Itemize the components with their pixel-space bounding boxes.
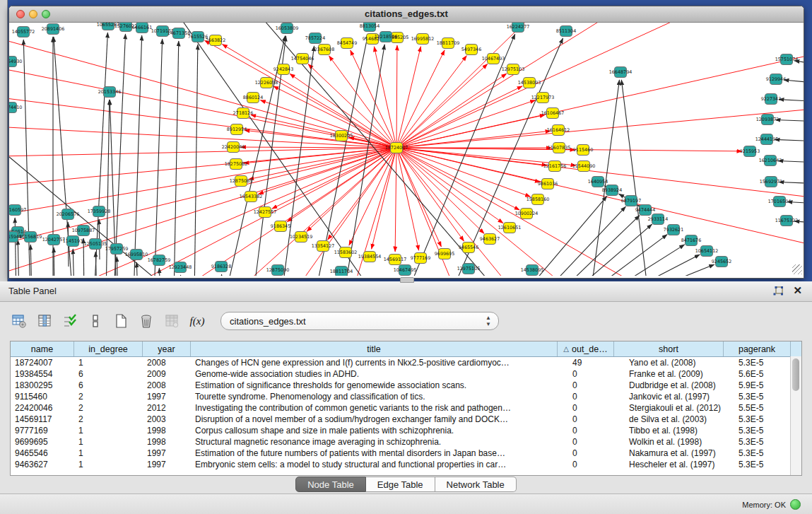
- cell-title[interactable]: Genome-wide association studies in ADHD.: [191, 368, 568, 380]
- network-edge[interactable]: [396, 148, 503, 223]
- cell-in_degree[interactable]: 1: [74, 436, 143, 448]
- network-edge[interactable]: [194, 45, 198, 276]
- cell-out_degree[interactable]: 0: [568, 459, 625, 470]
- network-edge[interactable]: [396, 45, 397, 148]
- cell-short[interactable]: Stergiakouli et al. (2012): [625, 402, 734, 414]
- network-edge[interactable]: [784, 80, 804, 83]
- cell-short[interactable]: Hescheler et al. (1997): [625, 459, 734, 470]
- new-document-icon[interactable]: [112, 312, 130, 330]
- network-edge[interactable]: [372, 148, 396, 249]
- network-edge[interactable]: [18, 240, 19, 276]
- network-edge[interactable]: [396, 148, 804, 199]
- cell-short[interactable]: Tibbo et al. (1998): [625, 425, 734, 436]
- network-edge[interactable]: [395, 148, 396, 252]
- rows-icon[interactable]: [86, 312, 105, 330]
- network-edge[interactable]: [779, 100, 804, 102]
- network-edge[interactable]: [599, 245, 685, 276]
- cell-short[interactable]: Jankovic et al. (1997): [625, 391, 734, 402]
- cell-out_degree[interactable]: 0: [568, 414, 625, 425]
- cell-in_degree[interactable]: 1: [74, 448, 143, 459]
- network-edge[interactable]: [615, 255, 700, 276]
- cell-title[interactable]: Tourette syndrome. Phenomenology and cla…: [191, 391, 568, 402]
- cell-out_degree[interactable]: 0: [568, 391, 625, 402]
- cell-out_degree[interactable]: 0: [568, 436, 625, 448]
- table-row[interactable]: 946554611997Estimation of the future num…: [11, 448, 801, 459]
- cell-year[interactable]: 2003: [143, 414, 191, 425]
- splitter-handle[interactable]: [400, 277, 414, 283]
- table-row[interactable]: 911546021997Tourette syndrome. Phenomeno…: [11, 391, 801, 402]
- cell-name[interactable]: 19384554: [11, 368, 74, 380]
- table-row[interactable]: 1830029562008Estimation of significance …: [11, 380, 801, 391]
- cell-name[interactable]: 9463627: [11, 459, 74, 470]
- show-columns-icon[interactable]: [35, 312, 54, 330]
- column-header-year[interactable]: year: [143, 341, 191, 356]
- network-edge[interactable]: [9, 148, 396, 157]
- cell-title[interactable]: Disruption of a novel member of a sodium…: [191, 414, 568, 425]
- table-row[interactable]: 2242004622012Investigating the contribut…: [11, 402, 801, 414]
- cell-name[interactable]: 14569117: [11, 414, 74, 425]
- cell-name[interactable]: 9777169: [11, 425, 74, 436]
- cell-title[interactable]: Estimation of significance thresholds fo…: [191, 380, 568, 391]
- network-edge[interactable]: [154, 39, 163, 276]
- float-panel-icon[interactable]: [772, 286, 784, 297]
- column-header-title[interactable]: title: [191, 341, 558, 356]
- network-edge[interactable]: [30, 245, 32, 276]
- cell-year[interactable]: 1997: [143, 391, 191, 402]
- network-edge[interactable]: [307, 148, 396, 231]
- cell-out_degree[interactable]: 0: [568, 380, 625, 391]
- cell-title[interactable]: Embryonic stem cells: a model to study s…: [191, 459, 568, 470]
- tab-edge-table[interactable]: Edge Table: [366, 477, 435, 492]
- cell-in_degree[interactable]: 6: [74, 368, 143, 380]
- cell-year[interactable]: 1998: [143, 436, 191, 448]
- tab-node-table[interactable]: Node Table: [295, 477, 366, 492]
- table-row[interactable]: 1938455462009Genome-wide association stu…: [11, 368, 801, 380]
- cell-name[interactable]: 9465546: [11, 448, 74, 459]
- cell-short[interactable]: Wolkin et al. (1998): [625, 436, 734, 448]
- cell-year[interactable]: 1997: [143, 459, 191, 470]
- network-edge[interactable]: [396, 148, 484, 233]
- delete-icon[interactable]: [137, 312, 155, 330]
- table-row[interactable]: 1456911722003Disruption of a novel membe…: [11, 414, 801, 425]
- network-edge[interactable]: [180, 275, 182, 276]
- cell-in_degree[interactable]: 2: [74, 391, 143, 402]
- network-edge[interactable]: [396, 74, 507, 148]
- tab-network-table[interactable]: Network Table: [435, 477, 517, 492]
- column-header-out_degree[interactable]: △out_de…: [558, 341, 614, 356]
- network-edge[interactable]: [396, 107, 804, 148]
- cell-name[interactable]: 18724007: [11, 357, 74, 368]
- network-edge[interactable]: [396, 47, 420, 148]
- network-edge[interactable]: [396, 148, 441, 247]
- network-edge[interactable]: [396, 64, 488, 148]
- column-header-pagerank[interactable]: pagerank: [724, 341, 791, 356]
- cell-in_degree[interactable]: 1: [74, 357, 143, 368]
- cell-name[interactable]: 9115460: [11, 391, 74, 402]
- table-selector-dropdown[interactable]: citations_edges.txt ▲▼: [220, 312, 499, 330]
- network-edge[interactable]: [775, 139, 804, 141]
- cell-name[interactable]: 9699695: [11, 436, 74, 448]
- network-edge[interactable]: [73, 249, 74, 276]
- column-header-in_degree[interactable]: in_degree: [74, 341, 143, 356]
- memory-ok-icon[interactable]: [790, 499, 801, 510]
- network-edge[interactable]: [396, 100, 536, 148]
- cell-year[interactable]: 1997: [143, 448, 191, 459]
- import-table-icon[interactable]: [163, 312, 181, 330]
- cell-out_degree[interactable]: 49: [568, 357, 625, 368]
- cell-name[interactable]: 22420046: [11, 402, 74, 414]
- network-edge[interactable]: [159, 268, 160, 276]
- network-edge[interactable]: [582, 235, 667, 276]
- table-row[interactable]: 1872400712008Changes of HCN gene express…: [11, 357, 801, 368]
- select-all-icon[interactable]: [61, 312, 79, 330]
- cell-title[interactable]: Corpus callosum shape and size in male p…: [191, 425, 568, 436]
- network-edge[interactable]: [54, 247, 54, 276]
- function-builder-icon[interactable]: f(x): [188, 312, 206, 330]
- network-edge[interactable]: [396, 51, 804, 148]
- cell-short[interactable]: Yano et al. (2008): [625, 357, 734, 368]
- column-header-name[interactable]: name: [11, 341, 74, 356]
- cell-title[interactable]: Estimation of the future numbers of pati…: [191, 448, 568, 459]
- network-edge[interactable]: [114, 34, 126, 276]
- table-row[interactable]: 946362711997Embryonic stem cells: a mode…: [11, 459, 801, 470]
- network-edge[interactable]: [221, 274, 223, 276]
- network-edge[interactable]: [621, 80, 649, 276]
- table-settings-icon[interactable]: [10, 312, 28, 330]
- network-edge[interactable]: [566, 224, 652, 276]
